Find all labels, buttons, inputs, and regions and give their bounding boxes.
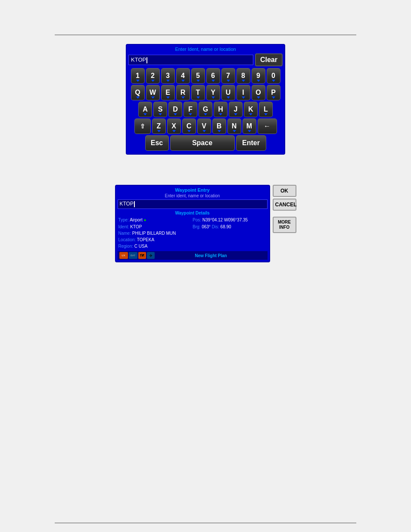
key-2[interactable]: 2 [146, 68, 160, 84]
key-7[interactable]: 7 [221, 68, 235, 84]
brg-label: Brg: [193, 224, 200, 229]
region-value: C USA [134, 244, 148, 249]
more-info-button[interactable]: MORE INFO [273, 217, 296, 233]
key-k[interactable]: K [244, 102, 258, 117]
region-label: Region: [118, 244, 133, 249]
number-row: 1 2 3 4 5 6 7 8 9 0 [128, 68, 283, 84]
location-label: Location: [118, 237, 136, 242]
name-value: PHILIP BILLARD MUN [132, 231, 176, 236]
key-l[interactable]: L [259, 102, 273, 117]
name-label: Name: [118, 231, 131, 236]
key-x[interactable]: X [167, 118, 181, 134]
icon-box2: ✈ [147, 252, 155, 259]
waypoint-details: Type: Airport ● Pos: N39°04.12 W096°37.3… [118, 217, 268, 249]
key-c[interactable]: C [182, 118, 196, 134]
key-space[interactable]: Space [170, 135, 235, 151]
key-v[interactable]: V [197, 118, 211, 134]
key-u[interactable]: U [221, 85, 235, 100]
waypoint-panel: Waypoint Entry Enter ident, name or loca… [115, 185, 270, 262]
ident-label: Ident: [118, 224, 129, 229]
key-o[interactable]: O [252, 85, 265, 100]
waypoint-title: Waypoint Entry [118, 187, 268, 193]
dis-value: 68.90 [221, 224, 231, 229]
key-f[interactable]: F [184, 102, 197, 117]
waypoint-details-title: Waypoint Details [118, 211, 268, 215]
key-6[interactable]: 6 [206, 68, 220, 84]
key-y[interactable]: Y [206, 85, 220, 100]
qwerty-row: Q W E R T Y U I O P [128, 85, 283, 100]
brg-dis-field: Brg: 063° Dis: 68.90 [193, 224, 267, 230]
type-field: Type: Airport ● [118, 217, 193, 223]
key-d[interactable]: D [168, 102, 182, 117]
key-9[interactable]: 9 [252, 68, 265, 84]
key-esc[interactable]: Esc [145, 135, 169, 151]
key-s[interactable]: S [153, 102, 167, 117]
key-r[interactable]: R [176, 85, 190, 100]
status-icons: UX BAT 🗺 ✈ [119, 252, 155, 259]
cursor [146, 57, 147, 63]
keyboard-title: Enter Ident, name or location [128, 47, 283, 52]
ident-value: KTOP [130, 224, 142, 229]
status-bar: UX BAT 🗺 ✈ New Flight Plan [118, 251, 268, 260]
icon-box1: 🗺 [138, 252, 146, 259]
wp-cursor [134, 201, 135, 207]
ident-field: Ident: KTOP [118, 224, 193, 230]
key-0[interactable]: 0 [267, 68, 280, 84]
key-e[interactable]: E [161, 85, 175, 100]
pos-label: Pos: [193, 218, 201, 222]
flight-label: New Flight Plan [156, 253, 266, 258]
ux-icon: UX [119, 252, 128, 259]
key-w[interactable]: W [146, 85, 160, 100]
key-4[interactable]: 4 [176, 68, 190, 84]
key-h[interactable]: H [214, 102, 227, 117]
key-g[interactable]: G [199, 102, 212, 117]
dis-label: Dis: [212, 224, 219, 229]
ok-button[interactable]: OK [273, 185, 296, 197]
key-q[interactable]: Q [131, 85, 145, 100]
key-1[interactable]: 1 [131, 68, 145, 84]
key-m[interactable]: M [243, 118, 256, 134]
waypoint-section: Waypoint Entry Enter ident, name or loca… [115, 185, 296, 262]
cancel-button[interactable]: CANCEL [273, 199, 296, 211]
page-container: Enter Ident, name or location KTOP Clear… [0, 9, 411, 532]
region-field: Region: C USA [118, 243, 267, 249]
key-3[interactable]: 3 [161, 68, 175, 84]
type-value: Airport [130, 218, 142, 222]
bottom-row: Esc Space Enter [128, 135, 283, 151]
asdf-row: A S D F G H J K L [128, 102, 283, 117]
airport-dot: ● [143, 218, 146, 222]
waypoint-input-row: KTOP [118, 199, 268, 209]
key-5[interactable]: 5 [191, 68, 205, 84]
key-shift[interactable]: ⇧ [134, 118, 151, 134]
name-field: Name: PHILIP BILLARD MUN [118, 230, 267, 236]
bat-icon: BAT [129, 252, 137, 259]
brg-value: 063° [202, 224, 211, 229]
key-p[interactable]: P [267, 85, 280, 100]
pos-field: Pos: N39°04.12 W096°37.35 [193, 217, 267, 223]
waypoint-details-grid: Type: Airport ● Pos: N39°04.12 W096°37.3… [118, 217, 267, 230]
key-n[interactable]: N [227, 118, 241, 134]
top-divider [55, 34, 356, 35]
pos-value: N39°04.12 W096°37.35 [202, 218, 248, 222]
bottom-divider [55, 523, 356, 523]
key-t[interactable]: T [191, 85, 205, 100]
key-enter[interactable]: Enter [236, 135, 266, 151]
waypoint-input[interactable]: KTOP [118, 199, 268, 209]
key-z[interactable]: Z [152, 118, 166, 134]
zxcv-row: ⇧ Z X C V B N M ← [128, 118, 283, 134]
keyboard-panel: Enter Ident, name or location KTOP Clear… [126, 44, 285, 155]
keyboard-input-row: KTOP Clear [128, 53, 283, 66]
location-value: TOPEKA [137, 237, 154, 242]
location-field: Location: TOPEKA [118, 236, 267, 243]
side-buttons: OK CANCEL MORE INFO [273, 185, 296, 233]
key-8[interactable]: 8 [237, 68, 250, 84]
waypoint-subtitle: Enter ident, name or location [118, 193, 268, 198]
clear-button[interactable]: Clear [255, 53, 283, 66]
key-b[interactable]: B [212, 118, 226, 134]
keyboard-input[interactable]: KTOP [128, 55, 253, 65]
key-a[interactable]: A [138, 102, 152, 117]
key-i[interactable]: I [237, 85, 250, 100]
key-j[interactable]: J [229, 102, 243, 117]
key-backspace[interactable]: ← [258, 118, 277, 134]
type-label: Type: [118, 218, 129, 222]
